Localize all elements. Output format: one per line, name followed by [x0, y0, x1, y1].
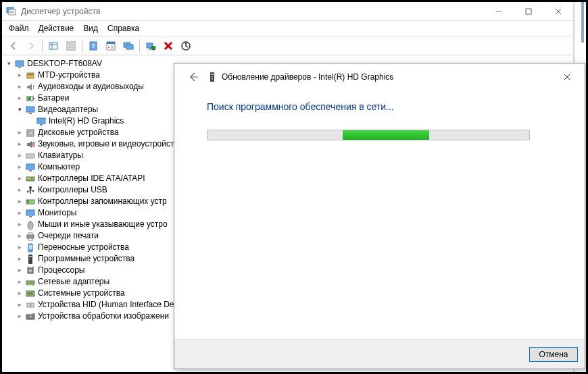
svg-rect-23	[126, 45, 133, 49]
svg-rect-33	[28, 74, 33, 75]
monitor-icon	[25, 208, 36, 219]
uninstall-button[interactable]	[160, 38, 176, 53]
imaging-icon	[25, 311, 36, 322]
tree-item-label: Контроллеры USB	[38, 184, 107, 196]
dialog-close-button[interactable]	[554, 68, 581, 86]
svg-point-87	[29, 315, 32, 318]
forward-button[interactable]	[23, 38, 39, 53]
svg-rect-3	[10, 12, 14, 13]
chevron-right-icon[interactable]: ▸	[16, 83, 24, 91]
svg-point-92	[212, 78, 213, 80]
scan-hardware-button[interactable]	[143, 38, 159, 53]
chevron-down-icon[interactable]: ▾	[16, 106, 24, 114]
svg-text:?: ?	[91, 43, 95, 49]
svg-rect-58	[32, 190, 34, 192]
menu-action[interactable]: Действие	[39, 24, 74, 33]
help-button[interactable]: ?	[85, 38, 101, 53]
hid-icon	[25, 300, 36, 311]
svg-rect-51	[27, 178, 28, 179]
disk-icon	[25, 128, 36, 138]
system-icon	[25, 288, 36, 299]
chevron-right-icon[interactable]: ▸	[16, 72, 24, 80]
chevron-right-icon[interactable]: ▸	[16, 186, 24, 194]
details-button[interactable]	[103, 38, 119, 53]
chevron-right-icon[interactable]: ▸	[16, 267, 24, 275]
monitors-button[interactable]	[120, 38, 137, 53]
back-button[interactable]	[5, 38, 22, 53]
network-icon	[25, 277, 36, 288]
svg-rect-8	[49, 43, 57, 49]
chevron-right-icon[interactable]: ▸	[16, 209, 24, 217]
tree-item-label: Очереди печати	[38, 230, 99, 242]
menu-help[interactable]: Справка	[107, 24, 139, 33]
minimize-button[interactable]	[484, 2, 514, 20]
mouse-icon	[25, 219, 36, 230]
tree-item-label: Контроллеры IDE ATA/ATAPI	[38, 173, 145, 184]
usb-icon	[25, 185, 36, 196]
tree-item-label: Переносные устройства	[38, 242, 129, 253]
chevron-right-icon[interactable]: ▸	[16, 313, 24, 321]
chevron-right-icon[interactable]: ▸	[16, 95, 24, 103]
svg-rect-30	[16, 61, 24, 66]
close-button[interactable]	[543, 2, 573, 20]
svg-rect-88	[32, 313, 34, 315]
ide-icon	[25, 173, 36, 184]
portable-icon	[25, 242, 36, 253]
chevron-right-icon[interactable]: ▸	[16, 278, 24, 286]
svg-rect-77	[26, 281, 34, 284]
chevron-right-icon[interactable]: ▸	[16, 301, 24, 309]
chevron-right-icon[interactable]: ▸	[16, 175, 24, 183]
back-arrow-button[interactable]	[184, 68, 203, 86]
svg-rect-18	[107, 42, 115, 44]
tree-item-label: Батареи	[38, 92, 69, 104]
svg-rect-32	[27, 73, 34, 78]
tree-item-label: Системные устройства	[38, 288, 125, 299]
update-driver-button[interactable]	[178, 38, 194, 53]
svg-rect-66	[28, 233, 32, 235]
display-icon	[25, 105, 36, 115]
properties-button[interactable]	[63, 38, 79, 53]
maximize-button[interactable]	[514, 2, 543, 20]
chevron-right-icon[interactable]: ▸	[16, 290, 24, 298]
tree-item-label: Компьютер	[38, 161, 80, 173]
menu-file[interactable]: Файл	[9, 24, 29, 33]
chevron-right-icon[interactable]: ▸	[16, 152, 24, 160]
svg-point-85	[30, 304, 32, 306]
tree-item-label: Программные устройства	[38, 253, 134, 265]
chevron-right-icon[interactable]: ▸	[16, 232, 24, 240]
svg-rect-37	[26, 107, 34, 112]
chevron-right-icon[interactable]: ▸	[16, 129, 24, 137]
cancel-button[interactable]: Отмена	[529, 347, 578, 362]
svg-point-82	[28, 293, 30, 294]
menu-view[interactable]: Вид	[83, 24, 98, 33]
chevron-down-icon[interactable]: ▾	[5, 60, 13, 68]
svg-rect-65	[27, 235, 34, 238]
tree-item-label: Звуковые, игровые и видеоустройст	[38, 138, 174, 150]
chevron-right-icon[interactable]: ▸	[16, 198, 24, 206]
svg-rect-31	[18, 67, 21, 68]
mtd-icon	[25, 70, 36, 81]
tree-item-label: Аудиовходы и аудиовыходы	[38, 81, 144, 92]
svg-rect-81	[26, 291, 34, 296]
chevron-right-icon[interactable]: ▸	[16, 244, 24, 252]
dialog-title: Обновление драйверов - Intel(R) HD Graph…	[222, 72, 554, 82]
chevron-right-icon[interactable]: ▸	[16, 221, 24, 229]
tree-item-label: Мониторы	[38, 207, 76, 219]
dialog-footer: Отмена	[174, 339, 585, 369]
show-hidden-button[interactable]	[45, 38, 62, 53]
chevron-right-icon[interactable]: ▸	[16, 140, 24, 149]
audio-icon	[25, 82, 36, 92]
svg-rect-69	[29, 245, 32, 249]
svg-point-26	[151, 46, 155, 50]
tree-item-label: Процессоры	[38, 265, 85, 276]
chevron-right-icon[interactable]: ▸	[16, 163, 24, 171]
toolbar: ?	[2, 36, 573, 55]
chevron-right-icon[interactable]: ▸	[16, 255, 24, 263]
svg-point-19	[108, 47, 109, 48]
keyboard-icon	[25, 151, 36, 161]
device-icon	[207, 72, 218, 82]
svg-rect-44	[32, 142, 34, 146]
tree-item-label: Контроллеры запоминающих устр	[38, 196, 167, 207]
dialog-titlebar: Обновление драйверов - Intel(R) HD Graph…	[174, 63, 585, 90]
svg-rect-25	[149, 49, 151, 50]
